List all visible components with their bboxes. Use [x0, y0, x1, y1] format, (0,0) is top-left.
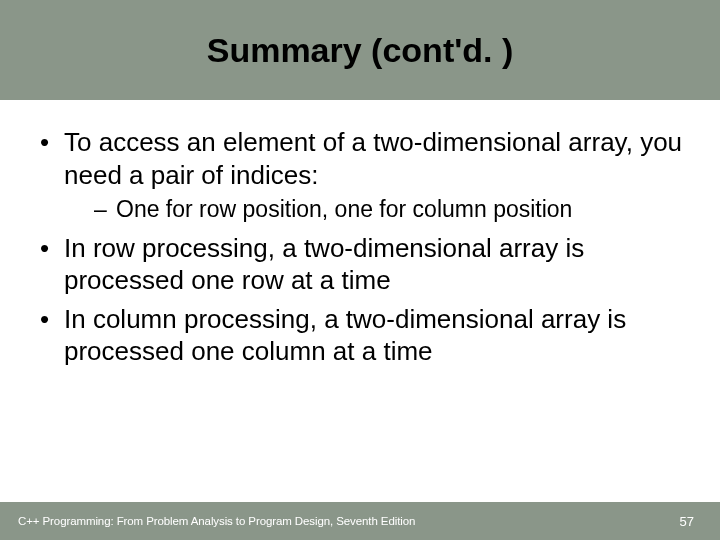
bullet: In column processing, a two-dimensional … — [36, 303, 684, 368]
slide: Summary (cont'd. ) To access an element … — [0, 0, 720, 540]
footer-source: C++ Programming: From Problem Analysis t… — [18, 515, 415, 527]
bullet-text: In row processing, a two-dimensional arr… — [64, 233, 584, 296]
slide-body: To access an element of a two-dimensiona… — [0, 100, 720, 502]
bullet-text: To access an element of a two-dimensiona… — [64, 127, 682, 190]
title-band: Summary (cont'd. ) — [0, 0, 720, 100]
bullet-text: In column processing, a two-dimensional … — [64, 304, 626, 367]
sub-bullet: One for row position, one for column pos… — [64, 195, 684, 224]
page-number: 57 — [680, 514, 694, 529]
bullet: In row processing, a two-dimensional arr… — [36, 232, 684, 297]
footer-band: C++ Programming: From Problem Analysis t… — [0, 502, 720, 540]
bullet: To access an element of a two-dimensiona… — [36, 126, 684, 224]
slide-title: Summary (cont'd. ) — [207, 31, 514, 70]
